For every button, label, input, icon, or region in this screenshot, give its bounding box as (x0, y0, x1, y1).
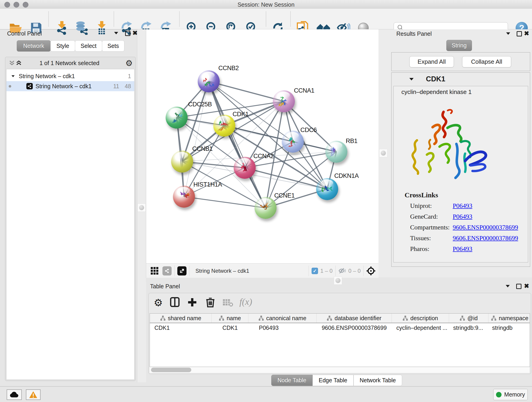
scrollbar-thumb[interactable] (151, 368, 191, 372)
selected-count-checkbox[interactable]: ✓ (312, 268, 318, 274)
table-horizontal-scrollbar[interactable] (150, 367, 530, 373)
network-view-title: String Network – cdk1 (196, 268, 249, 274)
warning-status-button[interactable] (26, 389, 41, 400)
crosslink-uniprot-link[interactable]: P06493 (453, 202, 472, 210)
tab-network-table[interactable]: Network Table (354, 375, 402, 386)
tab-sets[interactable]: Sets (102, 40, 124, 51)
network-node-ccnb2[interactable] (198, 70, 220, 92)
network-node-cdk1[interactable] (213, 115, 235, 137)
crosslink-compartments-link[interactable]: 9606.ENSP00000378699 (453, 224, 518, 231)
tab-string[interactable]: String (446, 40, 472, 51)
table-panel-menu-icon[interactable] (506, 285, 510, 287)
tab-network[interactable]: Network (17, 40, 51, 51)
selected-counts: 1 – 0 (320, 268, 332, 274)
expand-all-icon[interactable] (15, 60, 22, 66)
collection-expand-icon[interactable] (12, 75, 15, 77)
collapse-all-icon[interactable] (8, 60, 15, 66)
table-cell[interactable]: P06493 (248, 323, 317, 332)
table-cell[interactable]: CDK1 (150, 323, 212, 332)
network-node-ccna2[interactable] (234, 157, 256, 179)
show-columns-icon[interactable] (170, 297, 180, 307)
fit-content-crosshair-icon[interactable] (366, 266, 375, 275)
node-gloss-highlight (170, 108, 183, 115)
network-options-gear-icon[interactable]: ⚙ (125, 58, 133, 68)
network-node-ccnb1[interactable] (171, 151, 193, 172)
table-toolbar-box: ⚙ f(x) shared namenamecanonical namedata… (148, 293, 531, 374)
toolbar-separator (290, 12, 291, 27)
birds-eye-view-icon[interactable] (177, 266, 186, 275)
memory-button[interactable]: Memory (493, 389, 528, 400)
column-header-database-identifier[interactable]: database identifier (317, 313, 392, 323)
tab-edge-table[interactable]: Edge Table (312, 375, 354, 386)
control-panel-menu-icon[interactable] (114, 32, 118, 34)
column-header--id[interactable]: @id (449, 313, 488, 323)
table-cell[interactable]: stringdb (488, 323, 530, 332)
network-collection-row[interactable]: String Network – cdk1 1 (6, 71, 134, 81)
column-header-description[interactable]: description (392, 313, 449, 323)
right-splitter-handle[interactable] (379, 149, 387, 157)
table-cell[interactable]: cyclin–dependent ... (392, 323, 449, 332)
table-options-gear-icon[interactable]: ⚙ (154, 297, 163, 308)
add-column-icon[interactable] (187, 297, 197, 307)
table-cell[interactable]: CDK1 (212, 323, 248, 332)
cdk1-collapse-icon[interactable] (409, 78, 414, 80)
navbar-separator (189, 266, 190, 276)
expand-all-button[interactable]: Expand All (409, 56, 454, 67)
crosslink-label: Tissues: (410, 235, 431, 242)
network-node-rb1[interactable] (325, 141, 347, 163)
tab-select[interactable]: Select (75, 40, 102, 51)
network-selection-status: 1 of 1 Network selected (31, 60, 108, 66)
hidden-counts: 0 – 0 (348, 268, 361, 274)
column-header-label: database identifier (335, 315, 381, 322)
column-source-icon (160, 315, 166, 321)
network-overview-share-icon[interactable] (162, 266, 172, 275)
column-source-icon (327, 315, 332, 321)
hidden-count-icon (338, 268, 347, 274)
results-panel-float-icon[interactable] (517, 31, 522, 36)
column-header-name[interactable]: name (212, 313, 248, 323)
delete-column-icon[interactable] (206, 297, 215, 308)
results-panel-close-icon[interactable]: ✖ (524, 31, 529, 37)
collection-count: 1 (128, 73, 131, 80)
crosslink-genecard-link[interactable]: P06493 (453, 213, 472, 220)
grid-view-icon[interactable] (151, 267, 158, 274)
control-panel-float-icon[interactable] (125, 31, 130, 36)
navbar-separator (174, 266, 175, 276)
column-header-label: namespace (499, 315, 528, 322)
column-header-shared-name[interactable]: shared name (150, 313, 212, 323)
tab-style[interactable]: Style (51, 40, 75, 51)
node-label-rb1: RB1 (346, 138, 357, 145)
node-table-grid[interactable]: shared namenamecanonical namedatabase id… (150, 313, 530, 367)
table-row[interactable]: CDK1CDK1P064939606.ENSP00000378699cyclin… (150, 323, 530, 332)
delete-table-icon-disabled (222, 298, 234, 307)
network-node-cdc25b[interactable] (166, 107, 188, 128)
crosslink-tissues-link[interactable]: 9606.ENSP00000378699 (453, 235, 518, 242)
column-header-canonical-name[interactable]: canonical name (248, 313, 317, 323)
table-panel-close-icon[interactable]: ✖ (524, 283, 529, 289)
left-splitter-handle[interactable] (138, 204, 146, 212)
column-source-icon (219, 315, 224, 321)
network-list: String Network – cdk1 1 String Network –… (6, 69, 134, 380)
network-node-cdkn1a[interactable] (316, 178, 338, 200)
window-title: Session: New Session (0, 1, 532, 8)
column-header-namespace[interactable]: namespace (488, 313, 530, 323)
network-node-cdc6[interactable] (282, 131, 304, 153)
collapse-all-button[interactable]: Collapse All (462, 56, 511, 67)
network-node-ccne1[interactable] (254, 197, 277, 219)
node-gloss-highlight (202, 72, 215, 79)
table-cell[interactable]: stringdb:9... (449, 323, 488, 332)
network-node-ccna1[interactable] (273, 90, 295, 112)
table-cell[interactable]: 9606.ENSP00000378699 (317, 323, 392, 332)
tab-node-table[interactable]: Node Table (271, 375, 312, 386)
results-panel-menu-icon[interactable] (506, 32, 510, 35)
control-panel-title: Control Panel (7, 30, 42, 37)
node-gloss-highlight (218, 116, 230, 123)
table-panel-float-icon[interactable] (516, 284, 521, 289)
network-row-selected[interactable]: String Network – cdk1 11 48 (6, 81, 134, 91)
cloud-status-button[interactable] (7, 389, 22, 400)
network-canvas[interactable]: CCNB2CCNA1CDC25BCDK1CDC6RB1CCNB1CCNA2CDK… (146, 29, 379, 263)
network-name: String Network – cdk1 (36, 83, 92, 89)
network-node-hist1h1a[interactable] (173, 186, 195, 208)
protein-structure-image (405, 108, 492, 183)
crosslink-pharos-link[interactable]: P06493 (453, 245, 472, 253)
